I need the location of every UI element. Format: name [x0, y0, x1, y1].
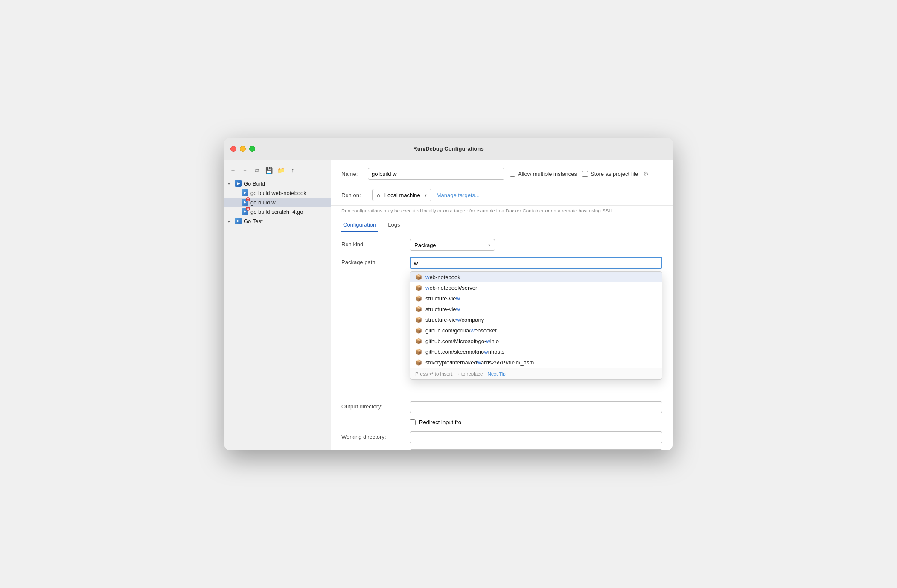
svg-marker-1 — [244, 201, 246, 204]
config-icon-web-notebook — [242, 189, 248, 196]
run-kind-dropdown[interactable]: Package ▾ — [410, 239, 495, 251]
autocomplete-item-2[interactable]: 📦 structure-view — [410, 293, 662, 304]
store-as-project-label: Store as project file — [591, 171, 638, 177]
add-button[interactable]: ＋ — [228, 165, 238, 175]
form-body: Run kind: Package ▾ Package path: — [331, 232, 673, 450]
new-folder-button[interactable]: 📁 — [276, 165, 286, 175]
folder-icon-7: 📦 — [415, 349, 422, 355]
autocomplete-text-2: structure-view — [425, 295, 460, 302]
autocomplete-item-3[interactable]: 📦 structure-view — [410, 304, 662, 314]
folder-icon-6: 📦 — [415, 338, 422, 344]
autocomplete-text-3: structure-view — [425, 306, 460, 312]
go-test-group-label: Go Test — [244, 218, 263, 224]
svg-marker-0 — [244, 192, 246, 194]
autocomplete-item-4[interactable]: 📦 structure-view/company — [410, 314, 662, 325]
autocomplete-item-6[interactable]: 📦 github.com/Microsoft/go-winio — [410, 336, 662, 346]
folder-icon-2: 📦 — [415, 295, 422, 302]
chevron-right-icon: ▸ — [228, 219, 235, 224]
autocomplete-text-0: web-notebook — [425, 274, 460, 280]
redirect-input-checkbox[interactable] — [410, 419, 416, 425]
folder-icon-5: 📦 — [415, 327, 422, 334]
output-directory-input[interactable] — [410, 401, 662, 413]
package-path-input[interactable] — [410, 257, 662, 269]
autocomplete-hint: Press ↵ to insert, → to replace — [415, 371, 483, 377]
gear-icon[interactable]: ⚙ — [643, 170, 649, 177]
run-kind-control: Package ▾ — [410, 239, 662, 251]
working-directory-input[interactable] — [410, 431, 662, 443]
autocomplete-text-7: github.com/skeema/knownhosts — [425, 349, 504, 355]
run-kind-chevron-icon: ▾ — [488, 243, 490, 247]
run-on-row: Run on: ⌂ Local machine ▾ Manage targets… — [341, 189, 662, 201]
hint-text: Run configurations may be executed local… — [331, 206, 673, 218]
autocomplete-item-5[interactable]: 📦 github.com/gorilla/websocket — [410, 325, 662, 336]
package-path-row: Package path: — [341, 257, 662, 269]
working-directory-control — [410, 431, 662, 443]
config-header: Name: Allow multiple instances Store as … — [331, 160, 673, 206]
autocomplete-item-7[interactable]: 📦 github.com/skeema/knownhosts — [410, 346, 662, 357]
autocomplete-item-1[interactable]: 📦 web-notebook/server — [410, 282, 662, 293]
title-bar: Run/Debug Configurations — [224, 138, 673, 160]
autocomplete-text-1: web-notebook/server — [425, 285, 477, 291]
sidebar-item-go-build-scratch[interactable]: ✕ go build scratch_4.go — [224, 207, 331, 216]
output-directory-label: Output directory: — [341, 401, 410, 410]
sidebar-group-go-build[interactable]: ▾ ▶ Go Build — [224, 179, 331, 188]
autocomplete-dropdown: 📦 web-notebook 📦 web-notebook/server 📦 s… — [410, 271, 662, 380]
sidebar-group-go-test[interactable]: ▸ Go Test — [224, 216, 331, 226]
home-icon: ⌂ — [377, 192, 380, 198]
run-debug-configurations-window: Run/Debug Configurations ＋ － ⧉ 💾 📁 ↕ ▾ ▶… — [224, 138, 673, 450]
next-tip-link[interactable]: Next Tip — [488, 371, 506, 376]
window-title: Run/Debug Configurations — [413, 146, 483, 152]
autocomplete-item-8[interactable]: 📦 std/crypto/internal/edwards25519/field… — [410, 357, 662, 368]
manage-targets-link[interactable]: Manage targets... — [437, 192, 480, 198]
run-on-dropdown[interactable]: ⌂ Local machine ▾ — [372, 189, 431, 201]
minimize-button[interactable] — [240, 146, 246, 152]
save-button[interactable]: 💾 — [264, 165, 274, 175]
allow-multiple-checkbox-group: Allow multiple instances — [510, 171, 577, 177]
environment-row: Environment: — [341, 449, 662, 450]
maximize-button[interactable] — [249, 146, 255, 152]
tab-configuration[interactable]: Configuration — [341, 218, 378, 232]
output-directory-control — [410, 401, 662, 413]
close-button[interactable] — [230, 146, 236, 152]
remove-button[interactable]: － — [240, 165, 250, 175]
store-as-project-checkbox[interactable] — [582, 171, 588, 177]
run-kind-label: Run kind: — [341, 239, 410, 247]
name-input[interactable] — [368, 168, 504, 180]
copy-button[interactable]: ⧉ — [252, 165, 262, 175]
go-test-icon — [235, 218, 242, 224]
working-directory-row: Working directory: — [341, 431, 662, 443]
autocomplete-text-5: github.com/gorilla/websocket — [425, 327, 497, 334]
sidebar-item-go-build-w[interactable]: ✕ go build w — [224, 198, 331, 207]
name-row: Name: Allow multiple instances Store as … — [341, 168, 662, 180]
traffic-lights — [230, 146, 255, 152]
go-build-web-notebook-label: go build web-notebook — [250, 190, 306, 196]
svg-marker-3 — [237, 220, 239, 222]
run-on-value: Local machine — [384, 192, 420, 198]
go-build-icon: ▶ — [235, 180, 242, 187]
name-label: Name: — [341, 171, 363, 177]
environment-control — [410, 449, 662, 450]
working-directory-label: Working directory: — [341, 431, 410, 440]
go-build-w-label: go build w — [250, 199, 276, 206]
folder-icon-3: 📦 — [415, 306, 422, 312]
tab-logs[interactable]: Logs — [386, 218, 402, 232]
environment-input[interactable] — [410, 449, 662, 450]
folder-icon-1: 📦 — [415, 285, 422, 291]
redirect-input-row: Redirect input fro — [341, 419, 662, 425]
content-area: Name: Allow multiple instances Store as … — [331, 160, 673, 450]
redirect-input-label: Redirect input fro — [419, 419, 461, 425]
sort-button[interactable]: ↕ — [288, 165, 298, 175]
store-as-project-checkbox-group: Store as project file — [582, 171, 638, 177]
sidebar-item-go-build-web-notebook[interactable]: go build web-notebook — [224, 188, 331, 198]
autocomplete-text-8: std/crypto/internal/edwards25519/field/_… — [425, 359, 534, 366]
redirect-input-control: Redirect input fro — [410, 419, 662, 425]
sidebar-toolbar: ＋ － ⧉ 💾 📁 ↕ — [224, 163, 331, 177]
allow-multiple-checkbox[interactable] — [510, 171, 515, 177]
go-build-scratch-label: go build scratch_4.go — [250, 209, 303, 215]
run-kind-value: Package — [414, 242, 436, 248]
autocomplete-item-0[interactable]: 📦 web-notebook — [410, 272, 662, 282]
svg-marker-2 — [244, 210, 246, 213]
go-build-group-label: Go Build — [244, 180, 265, 187]
output-directory-row: Output directory: — [341, 401, 662, 413]
environment-label: Environment: — [341, 449, 410, 450]
